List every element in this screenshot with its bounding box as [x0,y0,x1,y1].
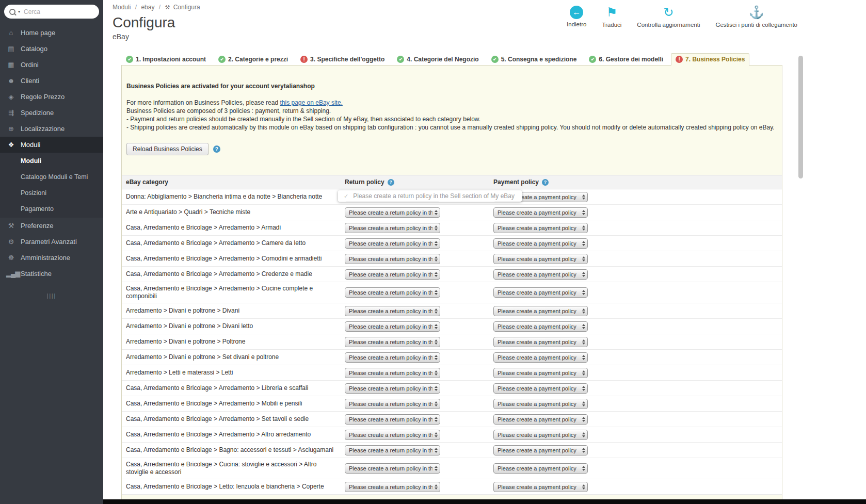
payment-policy-select[interactable]: Please create a payment policy [493,445,588,456]
toolbar-manage-hooks-button[interactable]: ⚓Gestisci i punti di collegamento [715,5,797,28]
stepper-icon [435,370,438,376]
manage-hooks-icon: ⚓ [749,5,764,20]
sidebar-item-preferences[interactable]: ⚒Preferenze [0,218,103,234]
return-policy-select[interactable]: Please create a return policy in the Sel… [345,287,440,298]
category-cell: Casa, Arredamento e Bricolage > Arredame… [122,382,345,395]
search-scope-caret-icon[interactable]: ▾ [18,9,20,14]
sidebar-collapse-handle[interactable]: |||| [0,293,103,299]
return-policy-select[interactable]: Please create a return policy in the Sel… [345,321,440,332]
payment-policy-select[interactable]: Please create a payment policy [493,352,588,363]
payment-policy-select[interactable]: Please create a payment policy [493,383,588,394]
stepper-icon [435,308,438,314]
sidebar-item-shipping[interactable]: ⇶Spedizione [0,105,103,121]
selected-option: Please create a payment policy [498,432,580,438]
search-input[interactable] [23,8,82,16]
tooltip-text: Please create a return policy in the Sel… [353,192,515,200]
main: Moduli / ebay / ⚒ Configura Configura eB… [103,0,866,504]
sidebar-item-localization[interactable]: ⊕Localizzazione [0,121,103,137]
category-cell: Casa, Arredamento e Bricolage > Arredame… [122,268,345,281]
return-policy-select[interactable]: Please create a return policy in the Sel… [345,368,440,378]
tab-1[interactable]: ✔1. Impostazioni account [121,53,211,65]
sidebar-subitem[interactable]: Posizioni [0,185,103,201]
sidebar-item-home[interactable]: ⌂Home page [0,25,103,41]
sidebar-item-modules[interactable]: ❖Moduli [0,137,103,153]
payment-policy-help-icon[interactable]: ? [542,179,549,186]
selected-option: Please create a return policy in the Sel… [349,447,432,453]
return-policy-select[interactable]: Please create a return policy in the Sel… [345,445,440,456]
sidebar-item-administration[interactable]: ☸Amministrazione [0,250,103,266]
payment-policy-select[interactable]: Please create a payment policy [493,430,588,440]
payment-policy-select[interactable]: Please create a payment policy [493,254,588,264]
tab-5[interactable]: ✔5. Consegna e spedizione [487,53,582,65]
sidebar-subitem[interactable]: Catalogo Moduli e Temi [0,169,103,185]
payment-policy-select[interactable]: Please create a payment policy [493,482,588,492]
sidebar-item-customers[interactable]: ☻Clienti [0,73,103,89]
payment-policy-select[interactable]: Please create a payment policy [493,287,588,298]
payment-policy-select[interactable]: Please create a payment policy [493,414,588,425]
stepper-icon [582,417,585,422]
table-row: Casa, Arredamento e Bricolage > Letto: l… [122,479,782,495]
toolbar-check-updates-button[interactable]: ↻Controlla aggiornamenti [637,5,700,28]
tab-3[interactable]: !3. Specifiche dell'oggetto [296,53,389,65]
sidebar-item-stats[interactable]: ▂▄▆Statistiche [0,266,103,282]
sidebar-item-price-rules[interactable]: ◈Regole Prezzo [0,89,103,105]
tab-4[interactable]: ✔4. Categorie del Negozio [392,53,483,65]
payment-policy-select[interactable]: Please create a payment policy [493,207,588,218]
return-policy-select[interactable]: Please create a return policy in the Sel… [345,352,440,363]
sidebar-subitem[interactable]: Pagamento [0,201,103,217]
payment-policy-select[interactable]: Please create a payment policy [493,223,588,233]
return-policy-select[interactable]: Please create a return policy in the Sel… [345,269,440,280]
payment-policy-select[interactable]: Please create a payment policy [493,238,588,249]
ebay-info-link[interactable]: this page on eBay site. [280,99,342,106]
tab-6[interactable]: ✔6. Gestore dei modelli [584,53,668,65]
return-policy-select[interactable]: Please create a return policy in the Sel… [345,207,440,218]
info-line-3: - Payment and return policies should be … [126,115,777,123]
tab-7[interactable]: !7. Business Policies [671,53,749,66]
stepper-icon [435,241,438,246]
payment-cell: Please create a payment policy [493,383,782,394]
tab-bar: ✔1. Impostazioni account✔2. Categorie e … [121,53,866,65]
return-policy-select[interactable]: Please create a return policy in the Sel… [345,383,440,394]
payment-policy-select[interactable]: Please create a payment policy [493,321,588,332]
toolbar-translate-button[interactable]: ⚑Traduci [602,5,621,28]
payment-policy-select[interactable]: Please create a payment policy [493,399,588,409]
selected-option: Please create a return policy in the Sel… [349,209,432,216]
toolbar-back-button[interactable]: ←Indietro [567,5,586,27]
reload-business-policies-button[interactable]: Reload Business Policies [126,143,209,155]
selected-option: Please create a payment policy [498,308,580,314]
payment-policy-select[interactable]: Please create a payment policy [493,368,588,378]
payment-cell: Please create a payment policy [493,223,782,233]
breadcrumb-separator: / [159,4,161,11]
tab-2[interactable]: ✔2. Categorie e prezzi [214,53,293,65]
return-policy-select[interactable]: Please create a return policy in the Sel… [345,337,440,347]
sidebar-item-advanced-parameters[interactable]: ⚙Parametri Avanzati [0,234,103,250]
return-policy-select[interactable]: Please create a return policy in the Sel… [345,399,440,409]
reload-help-icon[interactable]: ? [213,145,220,153]
sidebar-subitem[interactable]: Moduli [0,153,103,169]
vertical-scrollbar-thumb[interactable] [798,56,803,178]
payment-policy-select[interactable]: Please create a payment policy [493,269,588,280]
return-policy-select[interactable]: Please create a return policy in the Sel… [345,463,440,474]
selected-option: Please create a return policy in the Sel… [349,432,432,438]
payment-policy-select[interactable]: Please create a payment policy [493,463,588,474]
return-policy-select[interactable]: Please create a return policy in the Sel… [345,223,440,233]
breadcrumb-ebay[interactable]: ebay [141,4,154,11]
sidebar-item-catalog[interactable]: ▤Catalogo [0,41,103,57]
return-policy-select[interactable]: Please create a return policy in the Sel… [345,254,440,264]
payment-policy-select[interactable]: Please create a payment policy [493,337,588,347]
payment-policy-select[interactable]: Please create a payment policy [493,306,588,316]
sidebar-search[interactable]: ▾ [4,5,99,19]
return-policy-select[interactable]: Please create a return policy in the Sel… [345,430,440,440]
return-policy-help-icon[interactable]: ? [388,179,394,186]
breadcrumb-moduli[interactable]: Moduli [113,4,131,11]
stepper-icon [435,448,438,453]
return-policy-select[interactable]: Please create a return policy in the Sel… [345,482,440,492]
return-policy-select[interactable]: Please create a return policy in the Sel… [345,414,440,425]
return-policy-select[interactable]: Please create a return policy in the Sel… [345,238,440,249]
check-icon: ✔ [218,56,226,63]
tab-label: 4. Categorie del Negozio [407,56,478,63]
return-policy-select[interactable]: Please create a return policy in the Sel… [345,306,440,316]
sidebar-item-orders[interactable]: ▦Ordini [0,57,103,73]
selected-option: Please create a payment policy [498,271,580,278]
category-cell: Casa, Arredamento e Bricolage > Arredame… [122,413,345,426]
